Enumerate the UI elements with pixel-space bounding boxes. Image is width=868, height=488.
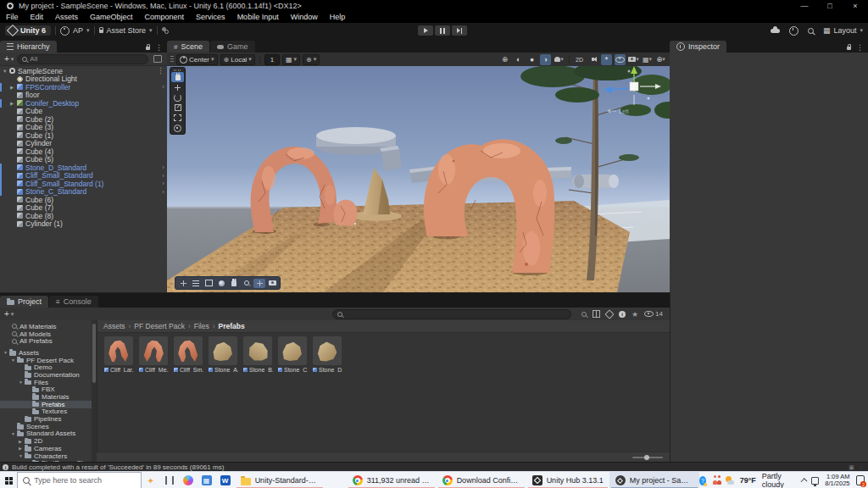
- folder-item[interactable]: Documentation: [0, 371, 92, 379]
- menu-item[interactable]: Assets: [49, 12, 84, 23]
- tab-hierarchy[interactable]: Hierarchy: [0, 41, 57, 53]
- help-tray-icon[interactable]: ?: [699, 476, 706, 485]
- maximize-button[interactable]: □: [817, 0, 843, 12]
- expand-arrow[interactable]: ▼: [0, 431, 17, 436]
- menu-item[interactable]: Services: [190, 12, 231, 23]
- add-asset-button[interactable]: +: [0, 310, 11, 319]
- network-icon[interactable]: [811, 477, 819, 485]
- pivot-dropdown[interactable]: Center ▾: [176, 54, 218, 65]
- start-button[interactable]: [0, 472, 17, 488]
- action-center-icon[interactable]: 2: [856, 475, 865, 485]
- menu-item[interactable]: Component: [139, 12, 191, 23]
- move-icon[interactable]: [253, 279, 265, 288]
- hidden-count[interactable]: 14: [644, 310, 663, 318]
- taskbar-quick-icon[interactable]: ▦: [198, 472, 216, 488]
- prefab-open-chevron[interactable]: ›: [162, 172, 164, 180]
- expand-arrow[interactable]: ▼: [0, 380, 25, 385]
- asset-store-dropdown[interactable]: Asset Store ▾: [99, 26, 153, 35]
- tab-inspector[interactable]: Inspector: [670, 41, 726, 53]
- saved-search-item[interactable]: All Models: [0, 330, 92, 338]
- menu-item[interactable]: File: [0, 12, 25, 23]
- taskbar-quick-icon[interactable]: ✦: [142, 472, 160, 488]
- folder-item[interactable]: ▼ Files: [0, 379, 92, 386]
- audio-toggle-icon[interactable]: [587, 54, 598, 65]
- hierarchy-item[interactable]: Cube (3) ⋮: [0, 124, 167, 132]
- label-icon[interactable]: [604, 309, 614, 319]
- account-dropdown[interactable]: AP ▾: [60, 26, 90, 36]
- search-icon[interactable]: [808, 28, 814, 34]
- project-item[interactable]: Stone_C...: [277, 336, 308, 373]
- taskbar-app-button[interactable]: My project - Sampl...: [609, 472, 699, 488]
- taskbar-quick-icon[interactable]: [179, 472, 198, 488]
- project-item[interactable]: Cliff_Sm...: [173, 336, 203, 373]
- hierarchy-search-input[interactable]: All: [17, 54, 148, 64]
- snap-settings-dropdown[interactable]: ⊕▾: [303, 54, 320, 65]
- saved-search-item[interactable]: All Materials: [0, 323, 92, 330]
- hierarchy-item[interactable]: Stone_C_Standard › ⋮: [0, 188, 167, 197]
- folder-item[interactable]: Demo: [0, 363, 92, 371]
- taskbar-quick-icon[interactable]: W: [216, 472, 235, 488]
- layout-dropdown[interactable]: ▦ Layout ▾: [823, 26, 863, 35]
- grid-snap-dropdown[interactable]: ▦▾: [282, 54, 300, 65]
- lock-icon[interactable]: [847, 47, 851, 50]
- scene-camera-icon[interactable]: ⊕: [499, 54, 510, 65]
- step-button[interactable]: [452, 25, 467, 36]
- expand-arrow[interactable]: ▶: [0, 439, 25, 444]
- hierarchy-item[interactable]: ▶ Conifer_Desktop ⋮: [0, 99, 167, 108]
- scale-tool[interactable]: [171, 103, 184, 113]
- orbit-icon[interactable]: [215, 279, 227, 288]
- kebab-menu-icon[interactable]: ⋮: [157, 67, 164, 74]
- project-item[interactable]: Stone_D...: [312, 336, 342, 373]
- folder-item[interactable]: ▶ 2D: [0, 437, 92, 445]
- lighting-settings-icon[interactable]: ▾: [554, 54, 565, 65]
- weather-temp[interactable]: 79°F: [740, 476, 756, 485]
- kebab-menu-icon[interactable]: ⋮: [856, 44, 864, 51]
- gizmos-dropdown-icon[interactable]: ⊕▾: [655, 54, 666, 65]
- saved-search-item[interactable]: All Prefabs: [0, 337, 92, 345]
- skybox-toggle-icon[interactable]: ◑: [540, 54, 551, 65]
- hierarchy-item[interactable]: Cylinder ⋮: [0, 140, 167, 148]
- search-by-type-icon[interactable]: [581, 312, 587, 317]
- effects-dropdown-icon[interactable]: *: [601, 54, 612, 65]
- menu-item[interactable]: Edit: [25, 12, 50, 23]
- hierarchy-item[interactable]: Cube (1) ⋮: [0, 131, 167, 140]
- hierarchy-item[interactable]: Cylinder (1) ⋮: [0, 220, 167, 229]
- taskbar-app-button[interactable]: Unity Hub 3.13.1: [526, 472, 609, 488]
- hierarchy-item[interactable]: Cliff_Small_Standard › ⋮: [0, 172, 167, 180]
- close-button[interactable]: ×: [843, 0, 868, 12]
- project-search-input[interactable]: [332, 309, 571, 319]
- project-item[interactable]: Stone_A...: [208, 336, 238, 373]
- prefab-open-chevron[interactable]: ›: [162, 164, 164, 171]
- breadcrumb-item[interactable]: Assets: [103, 322, 125, 330]
- hierarchy-item[interactable]: Cube (6) ⋮: [0, 196, 167, 204]
- minimize-button[interactable]: —: [792, 0, 817, 12]
- taskbar-app-button[interactable]: Unity-Standard-Ass...: [235, 472, 325, 488]
- favorites-icon[interactable]: [632, 310, 638, 319]
- folder-item[interactable]: Materials: [0, 393, 92, 401]
- status-message[interactable]: Build completed with a result of 'Succee…: [12, 463, 224, 471]
- taskbar-search[interactable]: Type here to search: [17, 472, 141, 488]
- hierarchy-item[interactable]: Stone_D_Standard › ⋮: [0, 164, 167, 172]
- hierarchy-item[interactable]: Cube (2) ⋮: [0, 115, 167, 124]
- prefab-open-chevron[interactable]: ›: [162, 83, 164, 91]
- project-item[interactable]: Stone_B...: [242, 336, 273, 373]
- folder-item[interactable]: Scenes: [0, 423, 92, 430]
- drag-handle[interactable]: [170, 56, 174, 64]
- pause-button[interactable]: [435, 25, 450, 36]
- camera-icon[interactable]: [266, 279, 278, 288]
- prefab-open-chevron[interactable]: ›: [162, 188, 164, 196]
- grid-dropdown-icon[interactable]: ▦▾: [642, 54, 653, 65]
- hand-tool[interactable]: [171, 72, 184, 82]
- hierarchy-item[interactable]: Cube (5) ⋮: [0, 156, 167, 164]
- taskbar-app-button[interactable]: Download Confirm...: [437, 472, 526, 488]
- expand-arrow[interactable]: ▶: [0, 101, 17, 106]
- package-icon[interactable]: [593, 310, 600, 318]
- project-panel-tab[interactable]: Console: [49, 296, 98, 308]
- taskbar-app-button[interactable]: 311,932 unread - fp...: [347, 472, 437, 488]
- version-control-icon[interactable]: [162, 27, 169, 34]
- expand-arrow[interactable]: ▼: [0, 350, 9, 355]
- add-object-button[interactable]: +: [0, 55, 11, 64]
- folder-item[interactable]: FBX: [0, 386, 92, 394]
- hierarchy-item[interactable]: ▶ FPSController › ⋮: [0, 83, 167, 92]
- play-button[interactable]: [418, 25, 433, 36]
